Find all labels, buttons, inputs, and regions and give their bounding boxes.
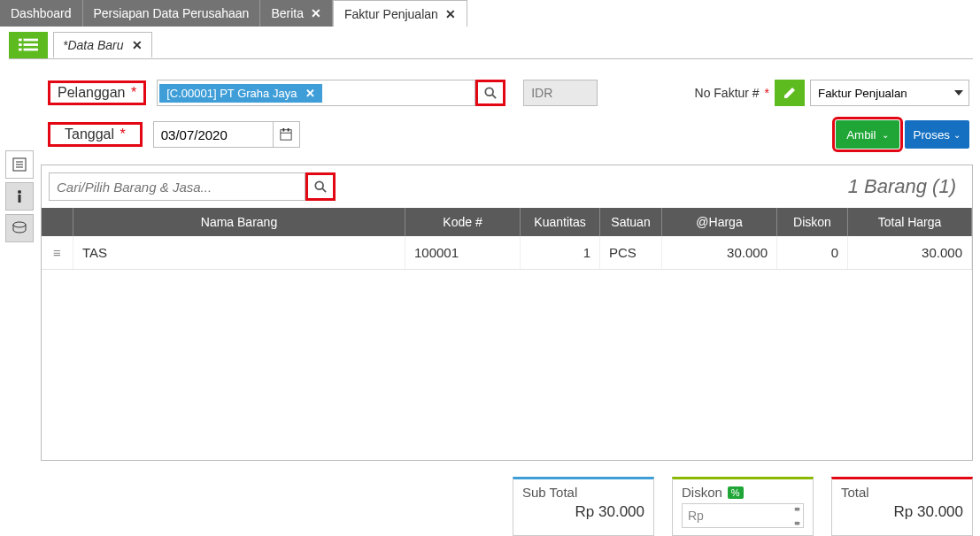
pelanggan-label: Pelanggan * xyxy=(48,80,146,105)
svg-line-20 xyxy=(322,188,326,192)
chevron-down-icon: ⌄ xyxy=(882,130,889,140)
tanggal-input[interactable] xyxy=(153,121,274,148)
side-currency-button[interactable] xyxy=(5,214,34,242)
subtotal-label: Sub Total xyxy=(522,485,644,500)
stack-icon xyxy=(12,220,27,236)
tab-persiapan[interactable]: Persiapan Data Perusahaan xyxy=(83,0,261,27)
tab-label: Berita xyxy=(271,6,304,20)
item-search-button[interactable] xyxy=(305,172,336,201)
col-qty[interactable]: Kuantitas xyxy=(521,208,600,236)
col-total[interactable]: Total Harga xyxy=(848,208,972,236)
remove-icon[interactable]: ✕ xyxy=(305,87,315,100)
customer-chip[interactable]: [C.00001] PT Graha Jaya✕ xyxy=(159,84,322,103)
tab-dashboard[interactable]: Dashboard xyxy=(0,0,83,27)
grid-header: Nama Barang Kode # Kuantitas Satuan @Har… xyxy=(42,208,972,236)
diskon-card: Diskon% Rp▪▪▪▪ xyxy=(672,477,814,536)
svg-point-16 xyxy=(18,190,21,194)
cell-diskon[interactable]: 0 xyxy=(777,236,848,269)
side-toolbar xyxy=(5,150,34,246)
search-icon xyxy=(314,180,327,193)
currency-display: IDR xyxy=(523,80,598,106)
tab-label: Dashboard xyxy=(11,6,72,20)
totals-bar: Sub Total Rp 30.000 Diskon% Rp▪▪▪▪ Total… xyxy=(0,461,980,536)
tab-label: Persiapan Data Perusahaan xyxy=(94,6,250,20)
sub-tab-label: *Data Baru xyxy=(63,38,123,52)
svg-rect-4 xyxy=(19,49,22,51)
calendar-icon xyxy=(280,128,292,141)
side-lines-button[interactable] xyxy=(5,150,34,179)
svg-rect-0 xyxy=(19,39,22,42)
svg-rect-3 xyxy=(24,43,39,46)
svg-rect-17 xyxy=(19,195,21,203)
list-icon xyxy=(19,38,38,52)
diskon-label: Diskon xyxy=(682,485,722,500)
lines-icon xyxy=(12,157,27,172)
percent-badge[interactable]: % xyxy=(728,486,744,499)
close-icon[interactable]: ✕ xyxy=(445,7,456,21)
tab-label: Faktur Penjualan xyxy=(344,7,438,21)
svg-rect-5 xyxy=(24,49,39,51)
svg-rect-1 xyxy=(24,39,39,42)
edit-faktur-button[interactable] xyxy=(775,80,805,106)
chevron-down-icon: ⌄ xyxy=(953,130,961,140)
cell-kode: 100001 xyxy=(405,236,521,269)
col-kode[interactable]: Kode # xyxy=(405,208,521,236)
svg-rect-11 xyxy=(288,128,289,132)
svg-line-7 xyxy=(492,95,496,98)
item-search-input[interactable] xyxy=(49,172,305,201)
ambil-button[interactable]: Ambil⌄ xyxy=(836,120,899,149)
tab-berita[interactable]: Berita✕ xyxy=(260,0,333,27)
col-satuan[interactable]: Satuan xyxy=(600,208,662,236)
faktur-type-select[interactable]: Faktur Penjualan xyxy=(810,80,969,106)
customer-chip-label: [C.00001] PT Graha Jaya xyxy=(166,87,297,100)
svg-rect-10 xyxy=(283,128,285,132)
info-icon xyxy=(12,188,27,204)
close-icon[interactable]: ✕ xyxy=(311,6,321,20)
tanggal-label: Tanggal * xyxy=(48,122,143,147)
keypad-icon[interactable]: ▪▪▪▪ xyxy=(794,502,798,530)
total-value: Rp 30.000 xyxy=(841,503,963,521)
svg-point-18 xyxy=(13,222,26,227)
svg-rect-2 xyxy=(19,43,22,46)
calendar-button[interactable] xyxy=(274,121,300,148)
cell-harga[interactable]: 30.000 xyxy=(662,236,777,269)
total-card: Total Rp 30.000 xyxy=(831,477,973,536)
subtotal-card: Sub Total Rp 30.000 xyxy=(513,477,654,536)
col-diskon[interactable]: Diskon xyxy=(777,208,848,236)
cell-satuan[interactable]: PCS xyxy=(600,236,662,269)
sub-tab-data-baru[interactable]: *Data Baru ✕ xyxy=(53,32,152,58)
subtotal-value: Rp 30.000 xyxy=(522,503,644,521)
proses-label: Proses xyxy=(914,128,950,142)
items-panel: 1 Barang (1) Nama Barang Kode # Kuantita… xyxy=(41,165,973,461)
cell-qty[interactable]: 1 xyxy=(521,236,600,269)
row-handle-icon[interactable]: ≡ xyxy=(42,236,73,269)
search-icon xyxy=(484,87,497,99)
nofaktur-label: No Faktur # * xyxy=(695,86,769,100)
total-label: Total xyxy=(841,485,963,500)
top-tabbar: Dashboard Persiapan Data Perusahaan Beri… xyxy=(0,0,980,27)
side-info-button[interactable] xyxy=(5,182,34,211)
table-row[interactable]: ≡ TAS 100001 1 PCS 30.000 0 30.000 xyxy=(42,236,972,270)
svg-point-19 xyxy=(315,181,323,189)
close-icon[interactable]: ✕ xyxy=(132,38,143,52)
col-harga[interactable]: @Harga xyxy=(662,208,777,236)
ambil-label: Ambil xyxy=(846,128,876,142)
diskon-input[interactable]: Rp▪▪▪▪ xyxy=(682,503,804,528)
tab-faktur-penjualan[interactable]: Faktur Penjualan✕ xyxy=(333,0,467,27)
menu-toggle-button[interactable] xyxy=(9,32,48,58)
svg-point-6 xyxy=(485,88,493,96)
svg-rect-8 xyxy=(281,130,291,140)
cell-total: 30.000 xyxy=(848,236,972,269)
proses-button[interactable]: Proses⌄ xyxy=(905,120,969,149)
col-nama[interactable]: Nama Barang xyxy=(73,208,405,236)
customer-search-button[interactable] xyxy=(475,80,505,106)
diskon-placeholder: Rp xyxy=(688,509,704,523)
item-count: 1 Barang (1) xyxy=(848,175,965,198)
items-grid: Nama Barang Kode # Kuantitas Satuan @Har… xyxy=(42,208,972,460)
pencil-icon xyxy=(783,86,797,100)
customer-input[interactable]: [C.00001] PT Graha Jaya✕ xyxy=(157,80,475,106)
cell-nama[interactable]: TAS xyxy=(73,236,405,269)
